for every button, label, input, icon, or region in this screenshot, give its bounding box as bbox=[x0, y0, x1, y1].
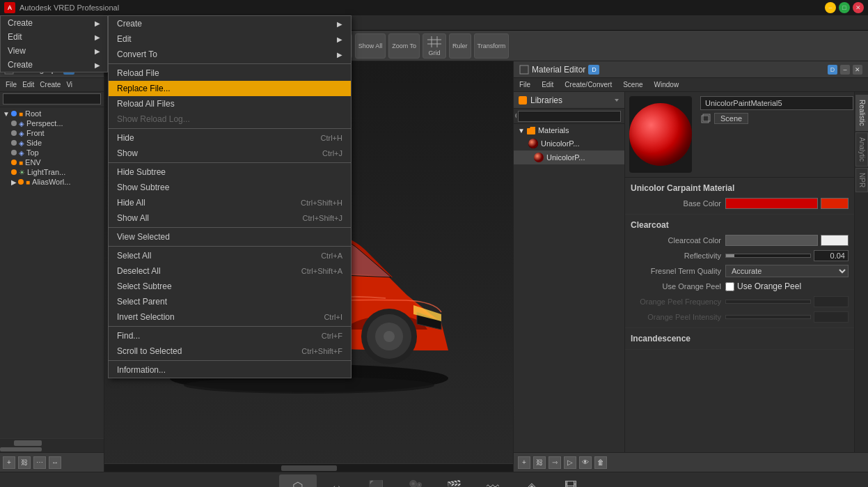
submenu-item-create2[interactable]: Create ▶ bbox=[1, 58, 107, 72]
cm-replace-file[interactable]: Replace File... bbox=[109, 81, 351, 96]
curves-button[interactable]: 〰 Curves bbox=[474, 474, 512, 488]
context-menu[interactable]: Create ▶ Edit ▶ Convert To ▶ Reload File… bbox=[108, 15, 352, 378]
cm-select-all[interactable]: Select All Ctrl+A bbox=[109, 248, 351, 263]
sg-scroll-thumb[interactable] bbox=[14, 440, 42, 446]
cm-create[interactable]: Create ▶ bbox=[109, 16, 351, 31]
mat-item-1[interactable]: UnicolorP... bbox=[514, 137, 624, 150]
submenu-item-view[interactable]: View ▶ bbox=[1, 44, 107, 58]
tree-item-front[interactable]: ◈ Front bbox=[1, 128, 102, 138]
close-button[interactable]: ✕ bbox=[853, 2, 864, 13]
me-eye-button[interactable]: 👁 bbox=[579, 456, 592, 469]
scene-button[interactable]: Scene bbox=[714, 113, 748, 124]
cm-reload-file[interactable]: Reload File bbox=[109, 65, 351, 81]
me-menu-window[interactable]: Window bbox=[652, 80, 682, 89]
cm-reload-all[interactable]: Reload All Files bbox=[109, 96, 351, 111]
cm-convert-to[interactable]: Convert To ▶ bbox=[109, 47, 351, 62]
sg-menu-vi[interactable]: Vi bbox=[63, 80, 75, 89]
clearcoat-color-swatch[interactable] bbox=[821, 235, 849, 246]
render-button[interactable]: 🎞 Render bbox=[552, 474, 590, 488]
tree-item-alias[interactable]: ▶ ■ AliasWorl... bbox=[1, 177, 102, 187]
cm-deselect-all[interactable]: Deselect All Ctrl+Shift+A bbox=[109, 263, 351, 279]
zoom-to-button[interactable]: Zoom To bbox=[388, 33, 420, 59]
cm-hide-all[interactable]: Hide All Ctrl+Shift+H bbox=[109, 195, 351, 210]
tab-npr[interactable]: NPR bbox=[855, 168, 868, 192]
cm-view-selected[interactable]: View Selected bbox=[109, 229, 351, 245]
material-name-input[interactable] bbox=[700, 96, 853, 110]
transform-button[interactable]: ↔ Transform bbox=[318, 474, 356, 488]
orange-peel-checkbox[interactable] bbox=[725, 282, 734, 291]
cm-scroll-to-selected[interactable]: Scroll to Selected Ctrl+Shift+F bbox=[109, 343, 351, 359]
materials-dropdown[interactable]: Libraries bbox=[514, 92, 624, 109]
tree-item-env[interactable]: ■ ENV bbox=[1, 157, 102, 167]
reflectivity-input[interactable] bbox=[814, 250, 849, 261]
tab-realistic[interactable]: Realistic bbox=[855, 95, 868, 131]
materials-folder-item[interactable]: ▼ Materials bbox=[514, 124, 624, 137]
tree-item-top[interactable]: ◈ Top bbox=[1, 148, 102, 157]
orange-peel-int-slider[interactable] bbox=[725, 315, 811, 319]
cm-information[interactable]: Information... bbox=[109, 362, 351, 378]
viewport-hscrollbar[interactable] bbox=[104, 463, 513, 472]
me-menu-scene[interactable]: Scene bbox=[620, 80, 645, 89]
me-menu-file[interactable]: File bbox=[516, 80, 533, 89]
cm-edit[interactable]: Edit ▶ bbox=[109, 31, 351, 47]
reflectivity-slider[interactable] bbox=[725, 254, 811, 258]
me-menu-create[interactable]: Create/Convert bbox=[562, 80, 615, 89]
cm-select-parent[interactable]: Select Parent bbox=[109, 294, 351, 309]
mat-item-2[interactable]: UnicolorP... bbox=[514, 150, 624, 164]
sg-hscrollbar[interactable] bbox=[0, 438, 104, 447]
orange-peel-freq-slider[interactable] bbox=[725, 300, 811, 304]
me-trash-button[interactable]: 🗑 bbox=[594, 456, 607, 469]
me-add-button[interactable]: + bbox=[518, 456, 530, 469]
clips-button[interactable]: 🎬 Clips bbox=[435, 474, 473, 488]
me-menu-edit[interactable]: Edit bbox=[539, 80, 556, 89]
tab-analytic[interactable]: Analytic bbox=[855, 132, 868, 167]
sg-vscroll-thumb[interactable] bbox=[0, 447, 42, 451]
submenu-item-edit[interactable]: Edit ▶ bbox=[1, 30, 107, 44]
cm-show[interactable]: Show Ctrl+J bbox=[109, 146, 351, 161]
sg-transform-button[interactable]: ↔ bbox=[49, 456, 61, 469]
sg-menu-create[interactable]: Create bbox=[37, 80, 63, 89]
cm-find[interactable]: Find... Ctrl+F bbox=[109, 328, 351, 343]
vsets-button[interactable]: ◈ VSets bbox=[513, 474, 551, 488]
material-search-input[interactable] bbox=[518, 111, 621, 122]
tree-item-root[interactable]: ▼ ■ Root bbox=[1, 109, 102, 118]
cm-show-all[interactable]: Show All Ctrl+Shift+J bbox=[109, 210, 351, 226]
me-link-button[interactable]: ⇾ bbox=[549, 456, 561, 469]
tree-item-side[interactable]: ◈ Side bbox=[1, 138, 102, 148]
transform-toolbar-button[interactable]: Transform bbox=[474, 33, 510, 59]
graph-button[interactable]: ⬡ Graph bbox=[279, 474, 317, 488]
sg-chain-button[interactable]: ⛓ bbox=[18, 456, 31, 469]
viewport-scroll-thumb[interactable] bbox=[281, 465, 337, 471]
tree-item-lighttran[interactable]: ☀ LightTran... bbox=[1, 167, 102, 177]
submenu-item-create[interactable]: Create ▶ bbox=[1, 16, 107, 30]
cameras-button[interactable]: 🎥 Cameras bbox=[396, 474, 434, 488]
sg-menu-file[interactable]: File bbox=[3, 80, 19, 89]
cm-show-subtree[interactable]: Show Subtree bbox=[109, 180, 351, 195]
ruler-button[interactable]: Ruler bbox=[449, 33, 471, 59]
clearcoat-color-bar[interactable] bbox=[725, 235, 818, 246]
show-all-button[interactable]: Show All bbox=[355, 33, 386, 59]
materials-button[interactable]: ⬛ Materials bbox=[357, 474, 395, 488]
base-color-bar[interactable] bbox=[725, 198, 818, 209]
me-minimize-button[interactable]: – bbox=[840, 65, 850, 75]
sg-filter-button[interactable]: ⋯ bbox=[33, 456, 46, 469]
grid-button[interactable]: Grid bbox=[423, 33, 446, 59]
submenu[interactable]: Create ▶ Edit ▶ View ▶ Create ▶ bbox=[0, 15, 108, 72]
cm-select-subtree[interactable]: Select Subtree bbox=[109, 279, 351, 294]
me-chain-button[interactable]: ⛓ bbox=[533, 456, 546, 469]
me-camera-button[interactable]: ▷ bbox=[564, 456, 576, 469]
minimize-button[interactable]: – bbox=[825, 2, 836, 13]
maximize-button[interactable]: □ bbox=[839, 2, 850, 13]
fresnel-dropdown[interactable]: Accurate Fast bbox=[725, 265, 849, 277]
cm-hide[interactable]: Hide Ctrl+H bbox=[109, 130, 351, 146]
cm-invert-selection[interactable]: Invert Selection Ctrl+I bbox=[109, 309, 351, 325]
sg-menu-edit[interactable]: Edit bbox=[19, 80, 37, 89]
scenegraph-search-input[interactable] bbox=[3, 93, 101, 105]
me-close-button[interactable]: ✕ bbox=[853, 65, 862, 75]
sg-add-button[interactable]: + bbox=[3, 456, 15, 469]
sg-vscroll[interactable] bbox=[0, 447, 104, 452]
me-dock-button[interactable]: D bbox=[828, 65, 837, 75]
base-color-swatch[interactable] bbox=[821, 198, 849, 209]
cm-hide-subtree[interactable]: Hide Subtree bbox=[109, 164, 351, 180]
tree-item-perspective[interactable]: ◈ Perspect... bbox=[1, 118, 102, 128]
